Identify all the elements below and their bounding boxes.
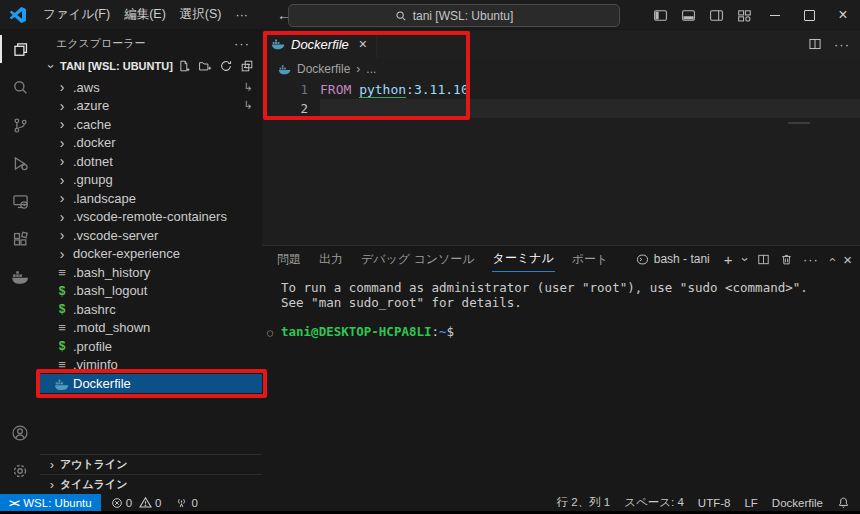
files-icon bbox=[12, 41, 29, 58]
docker-whale-icon bbox=[278, 63, 291, 76]
menu-more[interactable]: ··· bbox=[228, 5, 255, 25]
menu-file[interactable]: ファイル(F) bbox=[36, 3, 117, 26]
panel-tab-problems[interactable]: 問題 bbox=[276, 247, 302, 272]
outline-section[interactable]: ›アウトライン bbox=[40, 454, 262, 474]
tree-item-bashrc[interactable]: $.bashrc bbox=[40, 300, 262, 319]
activity-source-control[interactable] bbox=[0, 106, 40, 144]
activity-bar bbox=[0, 30, 40, 494]
customize-layout-icon[interactable] bbox=[730, 0, 758, 30]
toggle-secondary-sidebar-icon[interactable] bbox=[702, 0, 730, 30]
new-folder-icon[interactable] bbox=[198, 59, 212, 73]
activity-remote-explorer[interactable] bbox=[0, 182, 40, 220]
token-image-tag: 3.11.10 bbox=[414, 82, 469, 97]
tree-item-docker-experience[interactable]: ›docker-experience bbox=[40, 245, 262, 264]
activity-run-debug[interactable] bbox=[0, 144, 40, 182]
ports-indicator[interactable]: 0 bbox=[175, 496, 197, 509]
tree-item-docker[interactable]: ›.docker bbox=[40, 134, 262, 153]
symlink-arrow-icon: ↳ bbox=[244, 81, 253, 94]
window-minimize-button[interactable] bbox=[758, 0, 792, 30]
prompt-symbol: $ bbox=[447, 324, 455, 339]
docker-whale-icon bbox=[54, 375, 70, 392]
activity-explorer[interactable] bbox=[0, 30, 40, 68]
gear-icon bbox=[11, 462, 29, 480]
new-file-icon[interactable] bbox=[177, 59, 191, 73]
eol-sequence[interactable]: LF bbox=[744, 497, 757, 509]
terminal-session[interactable]: bash - tani bbox=[636, 252, 710, 266]
tree-item-dockerfile[interactable]: Dockerfile bbox=[40, 374, 262, 393]
tree-item-profile[interactable]: $.profile bbox=[40, 337, 262, 356]
split-editor-icon[interactable] bbox=[808, 37, 822, 51]
activity-settings[interactable] bbox=[0, 452, 40, 490]
explorer-section-header[interactable]: › TANI [WSL: UBUNTU] bbox=[40, 56, 262, 76]
terminal-output-line: To run a command as administrator (user … bbox=[281, 280, 860, 295]
tree-item-bash-history[interactable]: ≡.bash_history bbox=[40, 263, 262, 282]
activity-extensions[interactable] bbox=[0, 220, 40, 258]
refresh-icon[interactable] bbox=[219, 59, 233, 73]
tab-bar: Dockerfile × ··· bbox=[262, 30, 860, 58]
encoding[interactable]: UTF-8 bbox=[698, 497, 731, 509]
chevron-right-icon: › bbox=[54, 173, 70, 187]
activity-search[interactable] bbox=[0, 68, 40, 106]
toggle-sidebar-icon[interactable] bbox=[646, 0, 674, 30]
activity-account[interactable] bbox=[0, 414, 40, 452]
language-mode[interactable]: Dockerfile bbox=[772, 497, 823, 509]
tree-item-cache[interactable]: ›.cache bbox=[40, 115, 262, 134]
command-center-search[interactable]: tani [WSL: Ubuntu] bbox=[288, 4, 620, 27]
panel-tab-output[interactable]: 出力 bbox=[318, 247, 344, 272]
collapse-all-icon[interactable] bbox=[240, 59, 254, 73]
breadcrumb[interactable]: Dockerfile › ... bbox=[262, 58, 860, 80]
close-panel-icon[interactable]: × bbox=[843, 251, 852, 268]
kill-terminal-icon[interactable] bbox=[780, 253, 793, 266]
current-line-highlight bbox=[320, 99, 860, 118]
chevron-right-icon: › bbox=[54, 210, 70, 224]
tab-close-icon[interactable]: × bbox=[359, 36, 367, 52]
tab-label: Dockerfile bbox=[291, 37, 349, 52]
tree-item-gnupg[interactable]: ›.gnupg bbox=[40, 171, 262, 190]
tree-item-motd-shown[interactable]: ≡.motd_shown bbox=[40, 319, 262, 338]
token-colon: : bbox=[406, 82, 414, 97]
terminal[interactable]: To run a command as administrator (user … bbox=[262, 272, 860, 339]
window-maximize-button[interactable] bbox=[792, 0, 826, 30]
panel-tab-terminal[interactable]: ターミナル bbox=[492, 247, 555, 272]
tree-item-azure[interactable]: ›.azure↳ bbox=[40, 97, 262, 116]
status-bar: >< WSL: Ubuntu 0 0 0 行 2、列 1 スペース: 4 UTF… bbox=[0, 494, 860, 511]
toggle-panel-icon[interactable] bbox=[674, 0, 702, 30]
window-close-button[interactable]: × bbox=[826, 0, 860, 30]
tree-item-vscode-server[interactable]: ›.vscode-server bbox=[40, 226, 262, 245]
chevron-right-icon: › bbox=[54, 136, 70, 150]
terminal-output-line: See "man sudo_root" for details. bbox=[281, 295, 860, 310]
panel-more-actions-icon[interactable]: ··· bbox=[803, 252, 819, 267]
tree-item-bash-logout[interactable]: $.bash_logout bbox=[40, 282, 262, 301]
timeline-section[interactable]: ›タイムライン bbox=[40, 474, 262, 494]
explorer-more-actions-icon[interactable]: ··· bbox=[234, 36, 250, 51]
tab-dockerfile[interactable]: Dockerfile × bbox=[262, 30, 377, 58]
terminal-prompt: ○ tani@DESKTOP-HCPA8LI:~$ bbox=[281, 324, 860, 339]
maximize-panel-icon[interactable]: › bbox=[824, 257, 839, 261]
tree-item-aws[interactable]: ›.aws↳ bbox=[40, 78, 262, 97]
split-terminal-icon[interactable] bbox=[757, 253, 770, 266]
breadcrumb-more[interactable]: ... bbox=[366, 62, 376, 76]
code-area[interactable]: 1 FROM python:3.11.10 2 bbox=[262, 80, 860, 118]
tree-item-dotnet[interactable]: ›.dotnet bbox=[40, 152, 262, 171]
notifications-bell-icon[interactable] bbox=[837, 496, 850, 509]
panel-tab-debug-console[interactable]: デバッグ コンソール bbox=[360, 247, 476, 272]
panel-tab-ports[interactable]: ポート bbox=[571, 247, 610, 272]
problems-indicator[interactable]: 0 0 bbox=[111, 496, 162, 509]
terminal-dropdown-icon[interactable]: › bbox=[737, 257, 752, 261]
breadcrumb-file[interactable]: Dockerfile bbox=[297, 62, 350, 76]
tree-item-landscape[interactable]: ›.landscape bbox=[40, 189, 262, 208]
menu-selection[interactable]: 選択(S) bbox=[173, 3, 229, 26]
indentation[interactable]: スペース: 4 bbox=[624, 495, 684, 510]
remote-indicator[interactable]: >< WSL: Ubuntu bbox=[0, 494, 101, 511]
tree-item-vscode-remote-containers[interactable]: ›.vscode-remote-containers bbox=[40, 208, 262, 227]
warning-icon bbox=[139, 496, 152, 509]
menu-edit[interactable]: 編集(E) bbox=[117, 3, 173, 26]
tree-item-viminfo[interactable]: ≡.viminfo bbox=[40, 356, 262, 375]
prompt-user-host: tani@DESKTOP-HCPA8LI bbox=[281, 324, 432, 339]
editor-more-actions-icon[interactable]: ··· bbox=[834, 37, 850, 52]
cursor-position[interactable]: 行 2、列 1 bbox=[557, 495, 611, 510]
new-terminal-icon[interactable]: + bbox=[724, 251, 733, 268]
docker-whale-icon bbox=[271, 37, 285, 51]
activity-docker[interactable] bbox=[0, 258, 40, 296]
command-decoration-icon[interactable]: ○ bbox=[267, 325, 273, 340]
